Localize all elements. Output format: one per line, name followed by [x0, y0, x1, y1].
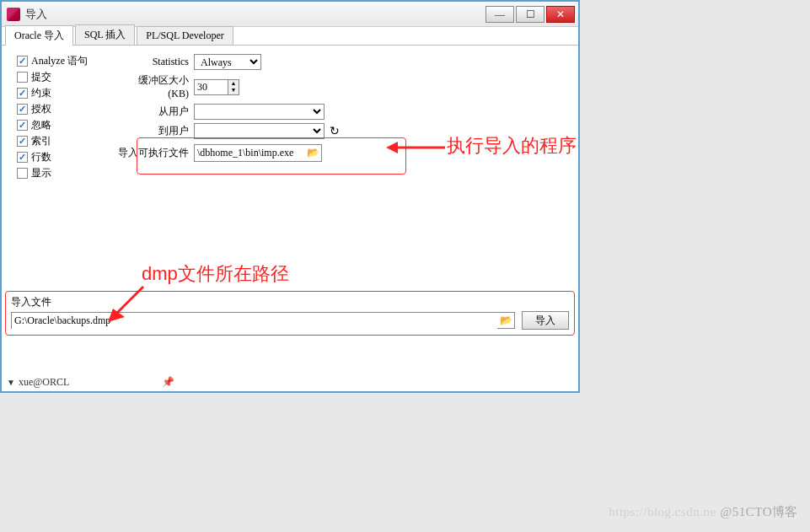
refresh-icon[interactable]: ↻ [330, 124, 340, 138]
watermark-brand: @51CTO博客 [720, 505, 798, 519]
chk-ignore[interactable] [17, 120, 28, 131]
chk-label: 约束 [31, 86, 51, 100]
window-buttons: — ☐ ✕ [485, 6, 575, 23]
form-area: Statistics Always 缓冲区大小(KB) ▲ ▼ 从用户 到用户 [118, 54, 570, 162]
spin-up-icon[interactable]: ▲ [228, 80, 239, 88]
path-field: 📂 [11, 312, 515, 329]
watermark: https://blog.csdn.ne @51CTO博客 [609, 504, 798, 520]
caret-down-icon[interactable]: ▼ [7, 378, 15, 387]
import-file-label: 导入文件 [11, 295, 569, 309]
titlebar: 导入 — ☐ ✕ [2, 2, 578, 27]
spin-down-icon[interactable]: ▼ [228, 87, 239, 94]
minimize-button[interactable]: — [485, 6, 514, 23]
stats-label: Statistics [118, 56, 194, 68]
stats-select[interactable]: Always [194, 54, 261, 70]
exe-label: 导入可执行文件 [118, 146, 194, 160]
status-connection: xue@ORCL [19, 376, 69, 389]
buffer-input[interactable] [194, 79, 228, 95]
chk-label: 提交 [31, 70, 51, 84]
chk-label: 行数 [31, 150, 51, 164]
tab-plsql-dev[interactable]: PL/SQL Developer [137, 26, 233, 45]
chk-label: 授权 [31, 102, 51, 116]
annotation-box-path: 导入文件 📂 导入 [5, 291, 575, 336]
chk-rows[interactable] [17, 152, 28, 163]
chk-label: Analyze 语句 [31, 54, 88, 68]
bottom-area: 导入文件 📂 导入 [5, 291, 575, 336]
content-area: Analyze 语句 提交 约束 授权 忽略 索引 行数 显示 Statisti… [2, 46, 578, 357]
chk-show[interactable] [17, 168, 28, 179]
maximize-button[interactable]: ☐ [516, 6, 544, 23]
chk-label: 显示 [31, 166, 51, 180]
app-icon [7, 8, 20, 21]
tab-bar: Oracle 导入 SQL 插入 PL/SQL Developer [2, 27, 578, 46]
chk-label: 忽略 [31, 118, 51, 132]
import-button[interactable]: 导入 [522, 311, 569, 330]
checkbox-column: Analyze 语句 提交 约束 授权 忽略 索引 行数 显示 [17, 54, 88, 182]
close-button[interactable]: ✕ [546, 6, 575, 23]
chk-grant[interactable] [17, 104, 28, 115]
tab-oracle-import[interactable]: Oracle 导入 [5, 25, 73, 46]
exe-field: 📂 [194, 144, 322, 162]
folder-icon[interactable]: 📂 [497, 314, 514, 328]
from-user-select[interactable] [194, 104, 325, 120]
buffer-spinner: ▲ ▼ [194, 79, 239, 95]
folder-icon[interactable]: 📂 [304, 146, 321, 160]
chk-commit[interactable] [17, 72, 28, 83]
from-user-label: 从用户 [118, 105, 194, 119]
to-user-label: 到用户 [118, 124, 194, 138]
chk-label: 索引 [31, 134, 51, 148]
chk-constraint[interactable] [17, 88, 28, 99]
exe-input[interactable] [195, 145, 304, 161]
pin-icon[interactable]: 📌 [162, 376, 174, 389]
chk-index[interactable] [17, 136, 28, 147]
status-bar: ▼ xue@ORCL 📌 [7, 376, 573, 389]
chk-analyze[interactable] [17, 56, 28, 67]
watermark-url: https://blog.csdn.ne [609, 505, 716, 519]
import-window: 导入 — ☐ ✕ Oracle 导入 SQL 插入 PL/SQL Develop… [0, 0, 580, 393]
buffer-label: 缓冲区大小(KB) [118, 73, 194, 100]
to-user-select[interactable] [194, 123, 325, 139]
window-title: 导入 [25, 7, 485, 22]
tab-sql-insert[interactable]: SQL 插入 [75, 24, 135, 45]
path-input[interactable] [12, 313, 497, 329]
